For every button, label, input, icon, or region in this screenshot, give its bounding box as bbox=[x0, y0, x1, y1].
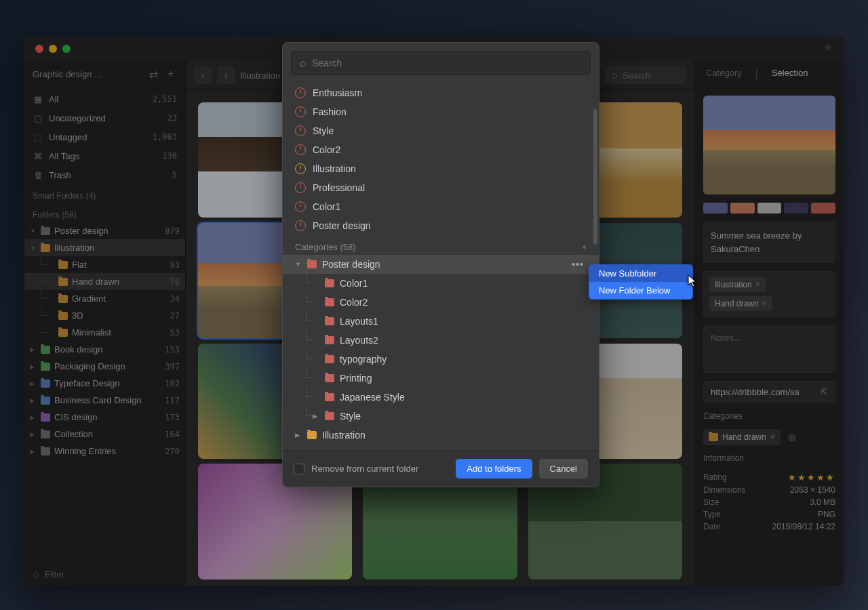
context-menu-new-folder-below[interactable]: New Folder Below bbox=[589, 282, 692, 299]
mouse-cursor bbox=[688, 274, 698, 288]
modal-folder-poster-design[interactable]: ▼Poster design••• bbox=[283, 255, 599, 274]
categories-section-header: Categories (58) + bbox=[283, 235, 599, 255]
add-to-folders-button[interactable]: Add to folders bbox=[456, 459, 532, 479]
caret-icon[interactable]: ▶ bbox=[295, 432, 302, 439]
folder-icon bbox=[325, 298, 334, 306]
more-icon[interactable]: ••• bbox=[572, 259, 584, 270]
clock-icon bbox=[295, 220, 306, 231]
folder-icon bbox=[307, 260, 317, 268]
folder-context-menu: New Subfolder New Folder Below bbox=[589, 264, 693, 300]
recent-item-poster-design[interactable]: Poster design bbox=[283, 216, 599, 235]
add-to-folders-modal: ⌕ EnthusiasmFashionStyleColor2Illustrati… bbox=[282, 42, 599, 487]
modal-folder-color1[interactable]: Color1 bbox=[283, 274, 599, 293]
modal-folder-illustration[interactable]: ▶Illustration bbox=[283, 426, 599, 445]
modal-search-input[interactable] bbox=[312, 58, 582, 68]
scrollbar[interactable] bbox=[593, 109, 597, 245]
clock-icon bbox=[295, 182, 306, 193]
recent-item-color2[interactable]: Color2 bbox=[283, 140, 599, 159]
recent-item-color1[interactable]: Color1 bbox=[283, 197, 599, 216]
clock-icon bbox=[295, 106, 306, 117]
modal-folder-color2[interactable]: Color2 bbox=[283, 293, 599, 312]
folder-icon bbox=[325, 279, 334, 287]
modal-folder-layouts1[interactable]: Layouts1 bbox=[283, 312, 599, 331]
clock-icon bbox=[295, 163, 306, 174]
caret-icon[interactable]: ▼ bbox=[295, 261, 302, 268]
add-category-button[interactable]: + bbox=[581, 242, 587, 252]
folder-icon bbox=[325, 412, 334, 420]
modal-folder-typography[interactable]: typography bbox=[283, 350, 599, 369]
modal-footer: Remove from current folder Add to folder… bbox=[283, 450, 599, 487]
modal-folder-style[interactable]: ▶Style bbox=[283, 407, 599, 426]
modal-search[interactable]: ⌕ bbox=[291, 51, 591, 75]
modal-folder-japanese-style[interactable]: Japanese Style bbox=[283, 388, 599, 407]
recent-item-professional[interactable]: Professional bbox=[283, 178, 599, 197]
folder-icon bbox=[325, 374, 334, 382]
clock-icon bbox=[295, 125, 306, 136]
folder-icon bbox=[325, 393, 334, 401]
modal-folder-layouts2[interactable]: Layouts2 bbox=[283, 331, 599, 350]
search-icon: ⌕ bbox=[300, 57, 307, 69]
folder-icon bbox=[307, 431, 317, 439]
recent-item-enthusiasm[interactable]: Enthusiasm bbox=[283, 83, 599, 102]
caret-icon[interactable]: ▶ bbox=[313, 413, 319, 420]
context-menu-new-subfolder[interactable]: New Subfolder bbox=[589, 265, 692, 282]
modal-body: EnthusiasmFashionStyleColor2Illustration… bbox=[283, 83, 599, 450]
folder-icon bbox=[325, 355, 334, 363]
folder-icon bbox=[325, 317, 334, 325]
remove-from-folder-checkbox[interactable] bbox=[294, 464, 304, 474]
recent-item-fashion[interactable]: Fashion bbox=[283, 102, 599, 121]
clock-icon bbox=[295, 144, 306, 155]
recent-item-illustration[interactable]: Illustration bbox=[283, 159, 599, 178]
recent-item-style[interactable]: Style bbox=[283, 121, 599, 140]
cancel-button[interactable]: Cancel bbox=[539, 459, 588, 479]
remove-label: Remove from current folder bbox=[311, 464, 449, 474]
modal-folder-printing[interactable]: Printing bbox=[283, 369, 599, 388]
folder-icon bbox=[325, 336, 334, 344]
clock-icon bbox=[295, 87, 306, 98]
clock-icon bbox=[295, 201, 306, 212]
